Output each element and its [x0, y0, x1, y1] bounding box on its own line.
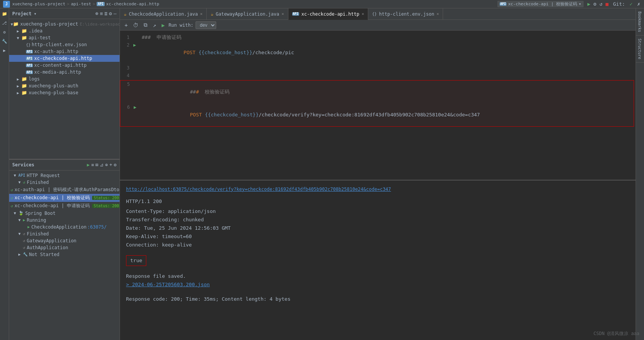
tree-xc-media[interactable]: API xc-media-api.http: [9, 69, 120, 76]
tab-1-label: CheckcodeApplication.java: [129, 11, 198, 17]
project-panel-header: Project ▾ ⊕ ≡ ≣ ⚙ —: [9, 8, 120, 19]
stop-icon[interactable]: ■: [605, 1, 609, 7]
sort-icon[interactable]: ≣: [105, 11, 108, 16]
tree-base[interactable]: ▶ 📁 xuecheng-plus-base: [9, 89, 120, 96]
svc-xc-checkcode-apply[interactable]: ↺ xc-checkcode-api | 申请验证码 Status: 200 (…: [9, 202, 120, 210]
run-button[interactable]: ▶: [587, 1, 591, 7]
locate-icon[interactable]: ⊕: [95, 11, 99, 16]
activity-search[interactable]: 🔧: [1, 37, 8, 45]
xc-content-label: xc-content-api.http: [34, 63, 86, 68]
svc-auth-app[interactable]: ↺ AuthApplication: [9, 244, 120, 251]
line-content-1: ### 申请验证码: [140, 34, 636, 41]
editor-split: + ⏱ ⧉ ↗ ▶ Run with: dev 1 ###: [120, 20, 636, 340]
history-btn[interactable]: ⏱: [131, 21, 140, 29]
svc-add-icon[interactable]: +: [110, 162, 112, 168]
api-test-breadcrumb[interactable]: api-test: [71, 2, 91, 6]
svc-filter-icon[interactable]: ⊿: [100, 162, 104, 168]
reload-icon[interactable]: ↺: [599, 1, 603, 7]
tab-4-close[interactable]: ×: [437, 11, 439, 16]
git-check[interactable]: ✓: [629, 1, 633, 7]
root-path: E:\idea-workspace\xuecheng-plu: [80, 22, 120, 27]
line-run-6[interactable]: ▶: [134, 103, 141, 111]
tree-http-client[interactable]: {} http-client.env.json: [9, 41, 120, 48]
activity-settings[interactable]: ⚙: [1, 28, 8, 36]
auth-label: xuecheng-plus-auth: [29, 83, 78, 89]
tab-3-close[interactable]: ×: [362, 11, 364, 16]
code-line-1: 1 ### 申请验证码: [120, 34, 636, 41]
svc-http-request[interactable]: ▼ API HTTP Request: [9, 172, 120, 179]
watermark: CSDN @清风微凉 aaa: [594, 330, 639, 337]
response-transfer-encoding: Transfer-Encoding: chunked: [126, 216, 629, 224]
run-with-select[interactable]: dev: [196, 21, 216, 29]
tree-xc-checkcode[interactable]: API xc-checkcode-api.http: [9, 55, 120, 62]
tab-http-client-env[interactable]: {} http-client.env.json ×: [368, 8, 443, 20]
response-saved-link-wrapper: > 2024-06-25T205603.200.json: [126, 280, 629, 289]
sep1: >: [67, 2, 70, 6]
svc-checkcode-app[interactable]: ▶ CheckcodeApplication :63075/: [9, 224, 120, 230]
project-breadcrumb[interactable]: xuecheng-plus-project: [12, 2, 65, 6]
tab-1-close[interactable]: ×: [200, 11, 203, 16]
auth-arrow: ▶: [17, 84, 21, 88]
settings-icon[interactable]: ⚙: [109, 11, 112, 16]
activity-run[interactable]: ▶: [1, 47, 8, 54]
export-btn[interactable]: ↗: [151, 21, 157, 29]
svc-not-started[interactable]: ▶ 🔧 Not Started: [9, 251, 120, 258]
response-status: HTTP/1.1 200: [126, 197, 629, 206]
line-num-6: 6: [120, 103, 134, 111]
api-badge-breadcrumb: API: [97, 2, 104, 6]
xc-auth-svc-icon: ↺: [11, 188, 13, 192]
api-badge-tab-3: API: [292, 12, 299, 16]
activity-project[interactable]: 📁: [1, 10, 8, 18]
svc-xc-checkcode-verify[interactable]: ↺ xc-checkcode-api | 校验验证码 Status: 200 (…: [9, 194, 120, 202]
svc-pin-icon[interactable]: ⊕: [105, 162, 108, 168]
not-started-label: Not Started: [29, 252, 59, 257]
line-run-2[interactable]: ▶: [133, 41, 140, 49]
tree-api-test[interactable]: ▼ 📁 api-test: [9, 34, 120, 41]
sep2: >: [93, 2, 95, 6]
tab-checkcode-app[interactable]: ☕ CheckcodeApplication.java ×: [120, 8, 207, 20]
tree-auth[interactable]: ▶ 📁 xuecheng-plus-auth: [9, 82, 120, 89]
svc-run-icon[interactable]: ▶: [87, 162, 90, 168]
tab-xc-checkcode-api[interactable]: API xc-checkcode-api.http ×: [288, 8, 369, 20]
running-arrow: ▼: [18, 218, 23, 222]
svc-settings-icon[interactable]: ⚙: [114, 162, 117, 168]
tree-root[interactable]: ▼ 📁 xuecheng-plus-project E:\idea-worksp…: [9, 21, 120, 27]
svc-finished-2[interactable]: ▼ ↺ Finished: [9, 230, 120, 237]
finished-1-arrow: ▼: [18, 180, 23, 184]
run-all-btn[interactable]: ▶: [160, 21, 166, 29]
editor-top: + ⏱ ⧉ ↗ ▶ Run with: dev 1 ###: [120, 20, 636, 180]
right-tab-structure[interactable]: Structure: [636, 35, 644, 63]
line-num-1: 1: [120, 34, 133, 41]
git-x[interactable]: ✗: [636, 1, 641, 7]
tree-xc-auth[interactable]: API xc-auth-api.http: [9, 48, 120, 55]
svc-finished-1[interactable]: ▼ ↺ Finished: [9, 179, 120, 186]
copy-btn[interactable]: ⧉: [142, 21, 149, 29]
collapse-icon[interactable]: ≡: [100, 11, 103, 16]
response-saved-link[interactable]: > 2024-06-25T205603.200.json: [126, 282, 210, 287]
svc-running[interactable]: ▼ ▶ Running: [9, 217, 120, 224]
svc-list-icon[interactable]: ≡: [91, 162, 94, 168]
build-icon[interactable]: ⚙: [593, 1, 597, 7]
tab-2-close[interactable]: ×: [282, 11, 284, 16]
run-config[interactable]: API xc-checkcode-api | 校验验证码 ▾: [497, 1, 584, 7]
base-label: xuecheng-plus-base: [29, 90, 78, 95]
svc-spring-boot[interactable]: ▼ 🍃 Spring Boot: [9, 210, 120, 217]
activity-commit[interactable]: ⎇: [1, 19, 8, 27]
file-breadcrumb[interactable]: xc-checkcode-api.http: [106, 2, 159, 6]
tree-xc-content[interactable]: API xc-content-api.http: [9, 62, 120, 69]
tree-idea[interactable]: ▶ 📁 .idea: [9, 27, 120, 34]
svc-gateway[interactable]: ↺ GatewayApplication: [9, 237, 120, 244]
tab-gateway-app[interactable]: ☕ GatewayApplication.java ×: [207, 8, 288, 20]
add-request-btn[interactable]: +: [123, 21, 129, 29]
tab-4-label: http-client.env.json: [379, 11, 434, 17]
auth-app-label: AuthApplication: [27, 245, 68, 250]
dropdown-arrow[interactable]: ▾: [34, 11, 37, 16]
code-editor[interactable]: 1 ### 申请验证码 2 ▶ POST {{checkcode_host}}/…: [120, 31, 636, 180]
tree-logs[interactable]: ▶ 📁 logs: [9, 76, 120, 82]
right-tab-bookmarks[interactable]: Bookmarks: [636, 8, 644, 35]
svc-xc-auth[interactable]: ↺ xc-auth-api | 密码模式-请求AuthParamsDto参数 S…: [9, 186, 120, 194]
xc-checkcode-apply-icon: ↺: [11, 204, 13, 208]
svc-grid-icon[interactable]: ⊞: [95, 162, 98, 168]
minimize-icon[interactable]: —: [113, 11, 117, 16]
response-url[interactable]: http://localhost:63075/checkcode/verify?…: [126, 185, 629, 193]
